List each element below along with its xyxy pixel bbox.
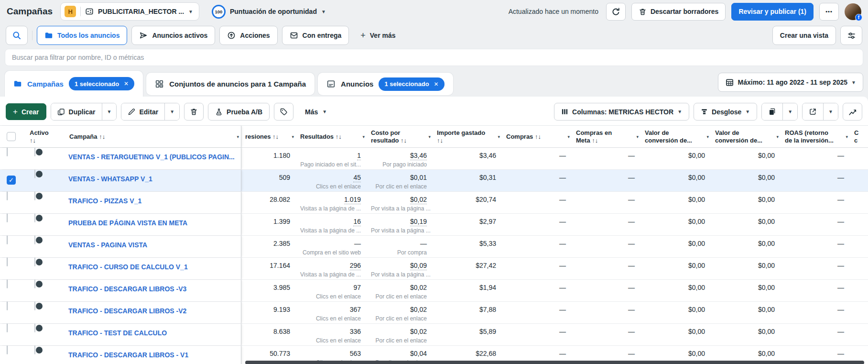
campaign-link[interactable]: TRAFICO - TEST DE CALCULO [68,328,238,337]
row-checkbox[interactable] [7,147,8,156]
row-checkbox[interactable] [7,235,8,244]
charts-button[interactable] [843,103,862,121]
horizontal-scrollbar[interactable] [245,361,864,364]
row-checkbox[interactable]: ✓ [7,176,16,185]
discard-drafts-button[interactable]: Descartar borradores [631,3,726,21]
column-header-purchases[interactable]: Compras ↑↓▾ [502,126,572,147]
column-menu-icon[interactable]: ▾ [428,133,431,141]
row-checkbox[interactable] [7,323,8,332]
campaign-link[interactable]: TRAFICO - DESCARGAR LIBROS -V2 [68,306,238,315]
campaign-link[interactable]: TRAFICO - PIZZAS V_1 [68,196,238,205]
tag-button[interactable] [274,103,293,121]
refresh-button[interactable] [606,3,626,21]
reports-button[interactable] [762,103,782,120]
campaign-link[interactable]: TRAFICO - DESCARGAR LIBROS - V1 [68,350,238,359]
active-toggle[interactable] [34,257,35,266]
avatar[interactable]: f [845,3,861,20]
breakdown-button[interactable]: Desglose ▼ [694,103,757,121]
account-selector[interactable]: H PUBLICITARIA_HECTOR ... ▼ [60,2,199,21]
selected-count-badge[interactable]: 1 seleccionado✕ [379,77,444,91]
column-menu-icon[interactable]: ▾ [237,133,239,141]
column-header-clipped[interactable]: Cc [850,126,868,147]
column-header-cost-per-result[interactable]: Costo porresultado ↑↓▾ [367,126,433,147]
column-menu-icon[interactable]: ▾ [292,133,294,141]
see-more-filters-button[interactable]: + Ver más [353,26,402,45]
column-header-amount-spent[interactable]: Importe gastado↑↓▾ [433,126,502,147]
reports-menu-button[interactable]: ▼ [782,103,797,120]
active-toggle[interactable] [34,147,35,156]
delete-button[interactable] [184,103,204,121]
column-header-impressions[interactable]: resiones ↑↓▾ [241,126,296,147]
tab-campa-as[interactable]: Campañas1 seleccionado✕ [5,71,143,97]
close-icon[interactable]: ✕ [434,81,439,88]
duplicate-menu-button[interactable]: ▼ [102,103,117,120]
ab-test-button[interactable]: Prueba A/B [208,103,270,121]
column-menu-icon[interactable]: ▾ [846,133,848,141]
row-checkbox[interactable] [7,301,8,310]
row-checkbox[interactable] [7,191,8,200]
tab-anuncios[interactable]: Anuncios1 seleccionado✕ [318,73,453,95]
opportunity-score[interactable]: 100 Puntuación de oportunidad ▼ [212,5,326,19]
search-filter-button[interactable] [6,26,28,45]
campaign-link[interactable]: PRUEBA DE PÁGINA VISTA EN META [68,218,238,227]
date-range-button[interactable]: Máximo: 11 ago 2022 - 11 sep 2025 ▼ [718,73,863,92]
more-options-button[interactable]: ••• [819,3,839,21]
cost-per-result-number[interactable]: $3,46 [410,152,427,160]
selected-count-badge[interactable]: 1 seleccionado✕ [69,77,134,90]
column-header-roas[interactable]: ROAS (retornode la inversión...▾ [781,126,850,147]
review-publish-button[interactable]: Revisar y publicar (1) [731,3,814,21]
column-menu-icon[interactable]: ▾ [706,133,709,141]
more-actions-button[interactable]: Más ▼ [298,103,334,121]
campaign-link[interactable]: TRAFICO - DESCARGAR LIBROS -V3 [68,284,238,293]
tab-conjuntos-de-anuncios-para-1-campa-a[interactable]: Conjuntos de anuncios para 1 Campaña [146,73,315,95]
column-header-conversion-value-2[interactable]: Valor deconversión de...▾ [711,126,781,147]
campaign-link[interactable]: VENTAS - RETARGUETING V_1 (PUBLICOS PAGI… [68,152,238,161]
row-checkbox[interactable] [7,345,8,354]
filter-chip-con-entrega[interactable]: Con entrega [282,26,349,45]
columns-button[interactable]: Columnas: METRICAS HECTOR ▼ [554,103,689,121]
results-number[interactable]: 45 [353,174,361,182]
campaign-link[interactable]: VENTAS - PAGINA VISTA [68,240,238,249]
row-checkbox[interactable] [7,257,8,266]
filter-chip-todos-los-anuncios[interactable]: Todos los anuncios [37,26,127,45]
export-button[interactable] [803,103,823,120]
active-toggle[interactable] [34,323,35,332]
create-view-button[interactable]: Crear una vista [772,26,836,45]
column-menu-icon[interactable]: ▾ [362,133,365,141]
row-checkbox[interactable] [7,213,8,222]
results-number[interactable]: 1.019 [344,196,361,204]
column-header-results[interactable]: Resultados ↑↓▾ [296,126,367,147]
close-icon[interactable]: ✕ [124,80,129,87]
cost-per-result-number[interactable]: $0,09 [410,262,427,270]
active-toggle[interactable] [34,345,35,354]
results-number[interactable]: 296 [350,262,361,270]
results-number[interactable]: 1 [357,152,361,160]
column-menu-icon[interactable]: ▾ [498,133,500,141]
column-menu-icon[interactable]: ▾ [567,133,570,141]
cost-per-result-number[interactable]: $0,19 [410,218,427,226]
search-input[interactable] [5,49,863,66]
edit-button[interactable]: Editar [121,103,164,120]
column-menu-icon[interactable]: ▾ [636,133,639,141]
row-checkbox[interactable] [7,279,8,288]
column-menu-icon[interactable]: ▾ [776,133,779,141]
filter-chip-acciones[interactable]: Acciones [219,26,277,45]
export-menu-button[interactable]: ▼ [823,103,838,120]
active-toggle[interactable] [34,279,35,288]
campaign-link[interactable]: VENTAS - WHATSAPP V_1 [68,174,238,183]
edit-menu-button[interactable]: ▼ [164,103,179,120]
active-toggle[interactable] [34,301,35,310]
results-number[interactable]: 16 [353,218,361,226]
select-all-checkbox[interactable] [7,132,16,141]
active-toggle[interactable] [34,191,35,200]
view-settings-button[interactable] [840,26,862,45]
active-toggle[interactable] [34,235,35,244]
campaign-link[interactable]: TRAFICO - CURSO DE CALCULO V_1 [68,262,238,271]
active-toggle[interactable] [34,213,35,222]
cost-per-result-number[interactable]: $0,02 [410,196,427,204]
column-header-campaign[interactable]: Campaña ↑↓▾ [65,126,241,147]
filter-chip-anuncios-activos[interactable]: Anuncios activos [131,26,215,45]
column-header-active[interactable]: Activo↑↓ [23,126,65,147]
column-header-meta-purchases[interactable]: Compras enMeta ↑↓▾ [572,126,641,147]
active-toggle[interactable] [34,169,35,178]
